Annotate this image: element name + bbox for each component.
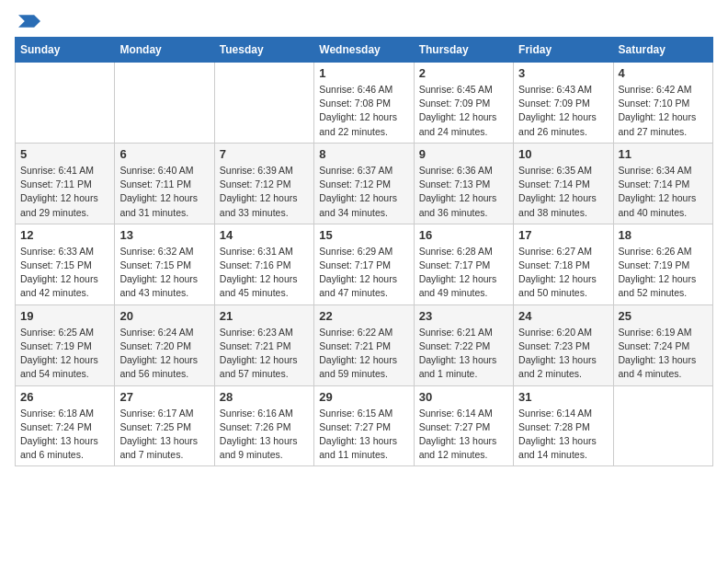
day-number: 8 [319,147,408,161]
day-number: 24 [518,309,608,323]
calendar-cell: 28Sunrise: 6:16 AM Sunset: 7:26 PM Dayli… [214,385,313,466]
day-number: 22 [319,309,408,323]
day-number: 31 [518,390,608,404]
day-number: 21 [220,309,309,323]
calendar-cell: 5Sunrise: 6:41 AM Sunset: 7:11 PM Daylig… [16,143,115,224]
day-number: 9 [419,147,508,161]
day-info: Sunrise: 6:25 AM Sunset: 7:19 PM Dayligh… [20,326,109,382]
day-number: 25 [619,309,708,323]
day-number: 2 [419,66,508,80]
page-header [15,15,713,28]
day-number: 13 [119,228,209,242]
day-number: 15 [319,228,408,242]
calendar-cell: 13Sunrise: 6:32 AM Sunset: 7:15 PM Dayli… [115,224,214,304]
day-info: Sunrise: 6:32 AM Sunset: 7:15 PM Dayligh… [119,245,209,301]
day-info: Sunrise: 6:41 AM Sunset: 7:11 PM Dayligh… [20,164,109,220]
day-info: Sunrise: 6:39 AM Sunset: 7:12 PM Dayligh… [220,164,309,220]
day-info: Sunrise: 6:36 AM Sunset: 7:13 PM Dayligh… [419,164,508,220]
calendar-cell [613,385,712,466]
day-number: 3 [518,66,608,80]
calendar-header-row: SundayMondayTuesdayWednesdayThursdayFrid… [16,38,713,63]
calendar-cell: 31Sunrise: 6:14 AM Sunset: 7:28 PM Dayli… [514,385,613,466]
weekday-header-wednesday: Wednesday [314,38,414,63]
calendar-cell: 19Sunrise: 6:25 AM Sunset: 7:19 PM Dayli… [16,304,115,385]
calendar-cell: 9Sunrise: 6:36 AM Sunset: 7:13 PM Daylig… [414,143,513,224]
calendar-cell: 18Sunrise: 6:26 AM Sunset: 7:19 PM Dayli… [613,224,712,304]
calendar-cell: 16Sunrise: 6:28 AM Sunset: 7:17 PM Dayli… [414,224,513,304]
weekday-header-thursday: Thursday [414,38,513,63]
calendar-cell: 6Sunrise: 6:40 AM Sunset: 7:11 PM Daylig… [115,143,214,224]
day-number: 5 [20,147,109,161]
day-info: Sunrise: 6:42 AM Sunset: 7:10 PM Dayligh… [619,83,708,139]
calendar-table: SundayMondayTuesdayWednesdayThursdayFrid… [15,37,713,466]
logo-arrow-icon [18,15,40,28]
calendar-cell [214,63,313,144]
calendar-cell: 17Sunrise: 6:27 AM Sunset: 7:18 PM Dayli… [514,224,613,304]
day-info: Sunrise: 6:28 AM Sunset: 7:17 PM Dayligh… [419,245,508,301]
calendar-cell: 24Sunrise: 6:20 AM Sunset: 7:23 PM Dayli… [514,304,613,385]
day-number: 6 [119,147,209,161]
calendar-cell: 30Sunrise: 6:14 AM Sunset: 7:27 PM Dayli… [414,385,513,466]
day-info: Sunrise: 6:33 AM Sunset: 7:15 PM Dayligh… [20,245,109,301]
calendar-cell [16,63,115,144]
day-number: 20 [119,309,209,323]
weekday-header-tuesday: Tuesday [214,38,313,63]
day-info: Sunrise: 6:26 AM Sunset: 7:19 PM Dayligh… [619,245,708,301]
day-info: Sunrise: 6:19 AM Sunset: 7:24 PM Dayligh… [619,326,708,382]
day-info: Sunrise: 6:46 AM Sunset: 7:08 PM Dayligh… [319,83,408,139]
day-number: 11 [619,147,708,161]
logo [15,15,40,28]
day-info: Sunrise: 6:17 AM Sunset: 7:25 PM Dayligh… [119,407,209,463]
calendar-cell: 7Sunrise: 6:39 AM Sunset: 7:12 PM Daylig… [214,143,313,224]
weekday-header-friday: Friday [514,38,613,63]
day-number: 30 [419,390,508,404]
calendar-cell: 10Sunrise: 6:35 AM Sunset: 7:14 PM Dayli… [514,143,613,224]
calendar-cell: 12Sunrise: 6:33 AM Sunset: 7:15 PM Dayli… [16,224,115,304]
day-number: 19 [20,309,109,323]
calendar-cell: 21Sunrise: 6:23 AM Sunset: 7:21 PM Dayli… [214,304,313,385]
calendar-cell: 25Sunrise: 6:19 AM Sunset: 7:24 PM Dayli… [613,304,712,385]
calendar-cell: 23Sunrise: 6:21 AM Sunset: 7:22 PM Dayli… [414,304,513,385]
day-info: Sunrise: 6:23 AM Sunset: 7:21 PM Dayligh… [220,326,309,382]
calendar-week-row: 26Sunrise: 6:18 AM Sunset: 7:24 PM Dayli… [16,385,713,466]
day-number: 29 [319,390,408,404]
calendar-cell: 2Sunrise: 6:45 AM Sunset: 7:09 PM Daylig… [414,63,513,144]
day-info: Sunrise: 6:34 AM Sunset: 7:14 PM Dayligh… [619,164,708,220]
calendar-cell: 3Sunrise: 6:43 AM Sunset: 7:09 PM Daylig… [514,63,613,144]
day-number: 17 [518,228,608,242]
day-info: Sunrise: 6:40 AM Sunset: 7:11 PM Dayligh… [119,164,209,220]
calendar-cell: 15Sunrise: 6:29 AM Sunset: 7:17 PM Dayli… [314,224,414,304]
calendar-cell: 8Sunrise: 6:37 AM Sunset: 7:12 PM Daylig… [314,143,414,224]
day-info: Sunrise: 6:29 AM Sunset: 7:17 PM Dayligh… [319,245,408,301]
day-number: 23 [419,309,508,323]
calendar-cell: 1Sunrise: 6:46 AM Sunset: 7:08 PM Daylig… [314,63,414,144]
calendar-cell: 11Sunrise: 6:34 AM Sunset: 7:14 PM Dayli… [613,143,712,224]
day-number: 4 [619,66,708,80]
calendar-week-row: 1Sunrise: 6:46 AM Sunset: 7:08 PM Daylig… [16,63,713,144]
calendar-cell: 14Sunrise: 6:31 AM Sunset: 7:16 PM Dayli… [214,224,313,304]
day-info: Sunrise: 6:22 AM Sunset: 7:21 PM Dayligh… [319,326,408,382]
weekday-header-sunday: Sunday [16,38,115,63]
day-number: 18 [619,228,708,242]
weekday-header-saturday: Saturday [613,38,712,63]
calendar-cell: 27Sunrise: 6:17 AM Sunset: 7:25 PM Dayli… [115,385,214,466]
calendar-week-row: 19Sunrise: 6:25 AM Sunset: 7:19 PM Dayli… [16,304,713,385]
day-number: 27 [119,390,209,404]
calendar-cell: 22Sunrise: 6:22 AM Sunset: 7:21 PM Dayli… [314,304,414,385]
calendar-cell: 20Sunrise: 6:24 AM Sunset: 7:20 PM Dayli… [115,304,214,385]
day-info: Sunrise: 6:45 AM Sunset: 7:09 PM Dayligh… [419,83,508,139]
day-info: Sunrise: 6:15 AM Sunset: 7:27 PM Dayligh… [319,407,408,463]
svg-marker-0 [18,15,40,28]
day-info: Sunrise: 6:21 AM Sunset: 7:22 PM Dayligh… [419,326,508,382]
weekday-header-monday: Monday [115,38,214,63]
day-info: Sunrise: 6:18 AM Sunset: 7:24 PM Dayligh… [20,407,109,463]
day-number: 7 [220,147,309,161]
day-info: Sunrise: 6:14 AM Sunset: 7:27 PM Dayligh… [419,407,508,463]
day-info: Sunrise: 6:37 AM Sunset: 7:12 PM Dayligh… [319,164,408,220]
day-info: Sunrise: 6:35 AM Sunset: 7:14 PM Dayligh… [518,164,608,220]
calendar-week-row: 12Sunrise: 6:33 AM Sunset: 7:15 PM Dayli… [16,224,713,304]
day-info: Sunrise: 6:16 AM Sunset: 7:26 PM Dayligh… [220,407,309,463]
day-number: 12 [20,228,109,242]
day-info: Sunrise: 6:24 AM Sunset: 7:20 PM Dayligh… [119,326,209,382]
day-number: 1 [319,66,408,80]
